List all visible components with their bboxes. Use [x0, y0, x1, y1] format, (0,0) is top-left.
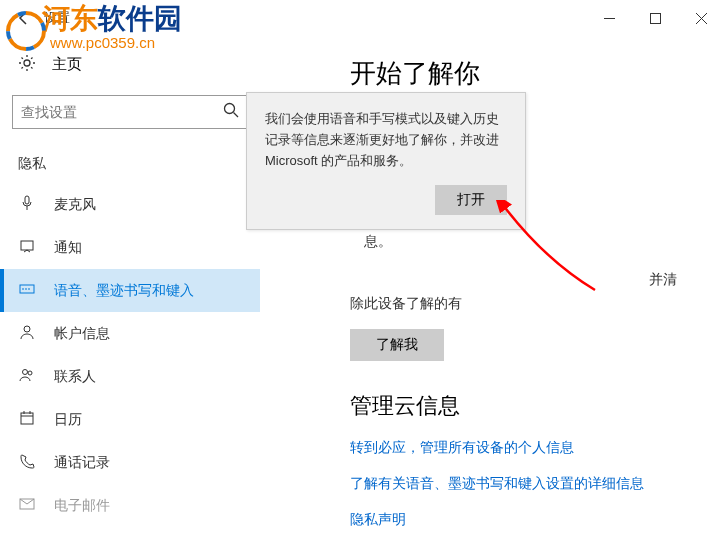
calendar-icon: [18, 410, 36, 429]
learn-me-button[interactable]: 了解我: [350, 329, 444, 361]
svg-point-4: [24, 60, 30, 66]
sidebar-item-callhistory[interactable]: 通话记录: [0, 441, 260, 484]
nav-label: 帐户信息: [54, 325, 110, 343]
home-label: 主页: [52, 55, 82, 74]
svg-rect-3: [650, 13, 660, 23]
search-input[interactable]: [21, 104, 223, 120]
nav-label: 联系人: [54, 368, 96, 386]
nav-label: 麦克风: [54, 196, 96, 214]
maximize-button[interactable]: [632, 2, 678, 34]
link-privacy[interactable]: 隐私声明: [350, 511, 684, 529]
page-heading: 开始了解你: [350, 56, 684, 91]
phone-icon: [18, 453, 36, 472]
back-button[interactable]: [12, 6, 36, 30]
sidebar-item-speech-inking[interactable]: 语音、墨迹书写和键入: [0, 269, 260, 312]
nav-label: 电子邮件: [54, 497, 110, 515]
sidebar-item-email[interactable]: 电子邮件: [0, 484, 260, 527]
nav-label: 通话记录: [54, 454, 110, 472]
nav-list: 麦克风 通知 语音、墨迹书写和键入 帐户信息 联系人 日历: [0, 183, 260, 527]
contacts-icon: [18, 367, 36, 386]
svg-rect-9: [20, 285, 34, 293]
svg-rect-7: [25, 196, 29, 204]
titlebar: 设置: [0, 0, 724, 36]
sidebar: 主页 隐私 麦克风 通知 语音、墨迹书写和键入 帐户信息: [0, 36, 260, 539]
svg-point-13: [24, 326, 30, 332]
sidebar-item-contacts[interactable]: 联系人: [0, 355, 260, 398]
link-speech-settings[interactable]: 了解有关语音、墨迹书写和键入设置的详细信息: [350, 475, 684, 493]
nav-label: 语音、墨迹书写和键入: [54, 282, 194, 300]
category-label: 隐私: [0, 137, 260, 183]
home-nav-item[interactable]: 主页: [0, 44, 260, 85]
microphone-icon: [18, 195, 36, 214]
window-title: 设置: [44, 9, 70, 27]
section-heading: 管理云信息: [350, 391, 684, 421]
search-box[interactable]: [12, 95, 248, 129]
dialog-text: 我们会使用语音和手写模式以及键入历史记录等信息来逐渐更好地了解你，并改进 Mic…: [265, 109, 507, 171]
svg-rect-8: [21, 241, 33, 250]
account-icon: [18, 324, 36, 343]
keyboard-icon: [18, 281, 36, 300]
body-text-2: Microsoft 的产品和服务和手写模式以及键入历史并清除此设备了解的有: [350, 268, 684, 316]
link-bing-personal[interactable]: 转到必应，管理所有设备的个人信息: [350, 439, 684, 457]
svg-rect-16: [21, 413, 33, 424]
sidebar-item-microphone[interactable]: 麦克风: [0, 183, 260, 226]
sidebar-item-notifications[interactable]: 通知: [0, 226, 260, 269]
dialog-popup: 我们会使用语音和手写模式以及键入历史记录等信息来逐渐更好地了解你，并改进 Mic…: [246, 92, 526, 230]
svg-line-6: [234, 113, 239, 118]
minimize-button[interactable]: [586, 2, 632, 34]
search-icon: [223, 102, 239, 122]
sidebar-item-calendar[interactable]: 日历: [0, 398, 260, 441]
svg-point-5: [225, 104, 235, 114]
gear-icon: [18, 54, 36, 75]
close-button[interactable]: [678, 2, 724, 34]
sidebar-item-account[interactable]: 帐户信息: [0, 312, 260, 355]
notification-icon: [18, 238, 36, 257]
svg-point-14: [23, 370, 28, 375]
dialog-open-button[interactable]: 打开: [435, 185, 507, 215]
nav-label: 通知: [54, 239, 82, 257]
nav-label: 日历: [54, 411, 82, 429]
svg-point-15: [28, 371, 32, 375]
email-icon: [18, 496, 36, 515]
